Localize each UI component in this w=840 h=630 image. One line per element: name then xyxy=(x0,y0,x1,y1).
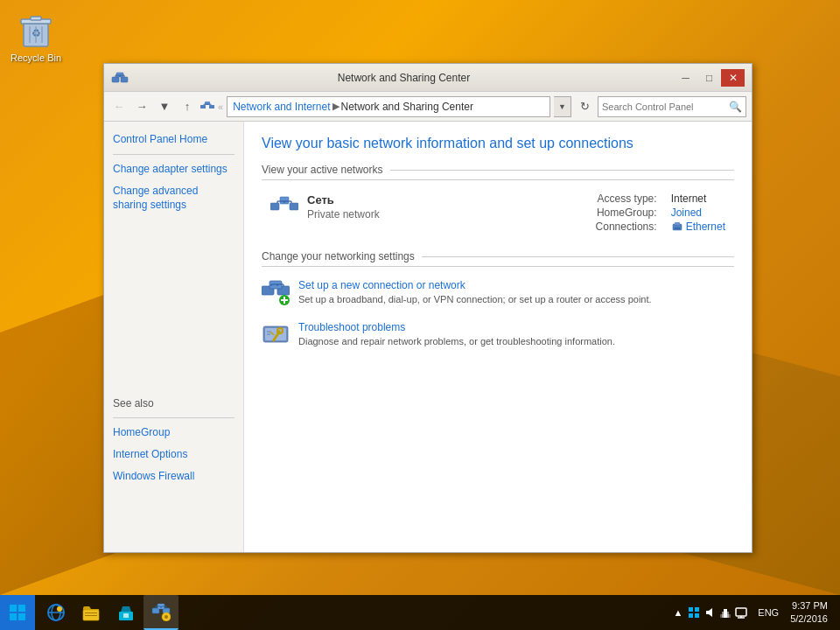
sidebar-divider-1 xyxy=(113,154,234,155)
search-icon: 🔍 xyxy=(729,101,742,113)
systray-windows-icon[interactable] xyxy=(687,606,701,620)
systray-volume-icon[interactable] xyxy=(703,606,717,620)
action-desc-troubleshoot: Diagnose and repair network problems, or… xyxy=(298,335,615,348)
network-control-panel-icon xyxy=(151,602,171,621)
window-title-icon xyxy=(111,69,129,87)
sidebar-windows-firewall[interactable]: Windows Firewall xyxy=(113,469,234,484)
access-type-value: Internet xyxy=(671,192,725,205)
sidebar: Control Panel Home Change adapter settin… xyxy=(104,122,244,552)
address-path[interactable]: Network and Internet ▶ Network and Shari… xyxy=(227,96,550,117)
start-button[interactable] xyxy=(0,595,35,630)
path-icon xyxy=(200,100,214,114)
minimize-button[interactable]: ─ xyxy=(674,69,697,87)
svg-rect-15 xyxy=(209,105,214,108)
taskbar-date-text: 5/2/2016 xyxy=(790,612,828,626)
svg-rect-29 xyxy=(675,222,680,225)
action-item-troubleshoot: Troubleshoot problems Diagnose and repai… xyxy=(262,321,734,349)
refresh-button[interactable]: ↻ xyxy=(575,97,594,116)
show-hidden-icons[interactable]: ▲ xyxy=(670,607,685,618)
svg-rect-73 xyxy=(695,613,699,618)
taskbar: ▲ xyxy=(0,595,840,630)
language-indicator: ENG xyxy=(755,607,781,618)
sidebar-see-also-label: See also xyxy=(113,397,154,410)
svg-rect-31 xyxy=(676,228,678,229)
svg-rect-71 xyxy=(695,607,699,612)
file-explorer-icon xyxy=(81,603,101,622)
svg-rect-60 xyxy=(123,613,129,618)
action-title-new-connection[interactable]: Set up a new connection or network xyxy=(298,279,652,291)
svg-rect-32 xyxy=(678,228,680,229)
svg-rect-58 xyxy=(85,615,97,616)
taskbar-store[interactable] xyxy=(108,595,144,630)
taskbar-clock[interactable]: 9:37 PM 5/2/2016 xyxy=(785,599,833,626)
svg-marker-74 xyxy=(706,608,712,617)
svg-rect-48 xyxy=(10,605,17,612)
recycle-bin-label: Recycle Bin xyxy=(10,52,61,63)
address-dropdown[interactable]: ▼ xyxy=(554,96,571,117)
back-button[interactable]: ← xyxy=(109,97,129,116)
change-settings-header: Change your networking settings xyxy=(262,250,734,267)
recent-locations-button[interactable]: ▼ xyxy=(155,97,174,116)
search-box: 🔍 xyxy=(598,96,746,117)
recycle-bin[interactable]: ♻ Recycle Bin xyxy=(7,4,65,66)
taskbar-time-text: 9:37 PM xyxy=(790,599,828,612)
taskbar-icons xyxy=(35,595,660,630)
systray-network-icon[interactable] xyxy=(718,606,732,620)
network-name-block: Сеть Private network xyxy=(270,192,596,229)
systray-action-center-icon[interactable] xyxy=(734,606,748,620)
network-type: Private network xyxy=(307,208,380,220)
networking-items: Set up a new connection or network Set u… xyxy=(262,279,734,349)
svg-rect-77 xyxy=(724,609,727,618)
store-icon xyxy=(116,603,136,622)
svg-rect-72 xyxy=(689,613,693,618)
sidebar-change-advanced[interactable]: Change advanced sharing settings xyxy=(113,184,234,214)
breadcrumb-network-internet[interactable]: Network and Internet xyxy=(233,101,330,113)
breadcrumb-current: Network and Sharing Center xyxy=(341,101,473,113)
taskbar-network-center[interactable] xyxy=(144,595,178,630)
network-info: Сеть Private network Access type: Intern… xyxy=(262,192,734,233)
homegroup-value[interactable]: Joined xyxy=(671,206,725,219)
active-networks-header: View your active networks xyxy=(262,164,734,180)
sidebar-internet-options[interactable]: Internet Options xyxy=(113,447,234,462)
address-bar: ← → ▼ ↑ « Network and Internet ▶ Network… xyxy=(104,92,752,122)
taskbar-right: ▲ xyxy=(660,599,840,626)
new-connection-icon xyxy=(262,279,290,307)
breadcrumb-arrows: « xyxy=(218,102,223,112)
svg-point-55 xyxy=(57,606,62,612)
systray: ▲ xyxy=(667,606,752,620)
sidebar-change-adapter[interactable]: Change adapter settings xyxy=(113,162,234,177)
svg-rect-78 xyxy=(736,608,746,616)
network-sharing-window: Network and Sharing Center ─ □ ✕ ← → ▼ ↑ xyxy=(103,63,752,553)
network-name-group: Сеть Private network xyxy=(307,193,380,220)
recycle-bin-icon: ♻ xyxy=(15,8,57,50)
troubleshoot-icon xyxy=(262,321,290,349)
taskbar-ie[interactable] xyxy=(38,595,74,630)
action-text-new-connection: Set up a new connection or network Set u… xyxy=(298,279,652,306)
svg-rect-8 xyxy=(121,77,128,82)
windows-logo-icon xyxy=(9,604,26,621)
homegroup-label: HomeGroup: xyxy=(596,206,657,219)
action-title-troubleshoot[interactable]: Troubleshoot problems xyxy=(298,321,615,333)
network-details: Access type: Internet HomeGroup: Joined … xyxy=(596,192,725,233)
close-button[interactable]: ✕ xyxy=(721,69,745,87)
internet-explorer-icon xyxy=(46,603,66,622)
action-text-troubleshoot: Troubleshoot problems Diagnose and repai… xyxy=(298,321,615,348)
window-controls: ─ □ ✕ xyxy=(674,69,745,87)
svg-rect-30 xyxy=(675,228,676,229)
svg-rect-21 xyxy=(270,203,279,210)
svg-rect-7 xyxy=(112,77,119,82)
svg-rect-22 xyxy=(290,203,298,210)
taskbar-file-explorer[interactable] xyxy=(74,595,108,630)
access-type-label: Access type: xyxy=(596,192,657,205)
network-icon-name: Сеть Private network xyxy=(270,192,596,220)
sidebar-control-panel-home[interactable]: Control Panel Home xyxy=(113,132,234,147)
connections-label: Connections: xyxy=(596,220,657,233)
up-button[interactable]: ↑ xyxy=(178,97,197,116)
connections-value[interactable]: Ethernet xyxy=(671,220,725,233)
forward-button[interactable]: → xyxy=(132,97,151,116)
maximize-button[interactable]: □ xyxy=(697,69,721,87)
sidebar-homegroup[interactable]: HomeGroup xyxy=(113,425,234,440)
search-input[interactable] xyxy=(602,102,729,112)
window-titlebar: Network and Sharing Center ─ □ ✕ xyxy=(104,64,752,92)
sidebar-divider-2 xyxy=(113,417,234,418)
